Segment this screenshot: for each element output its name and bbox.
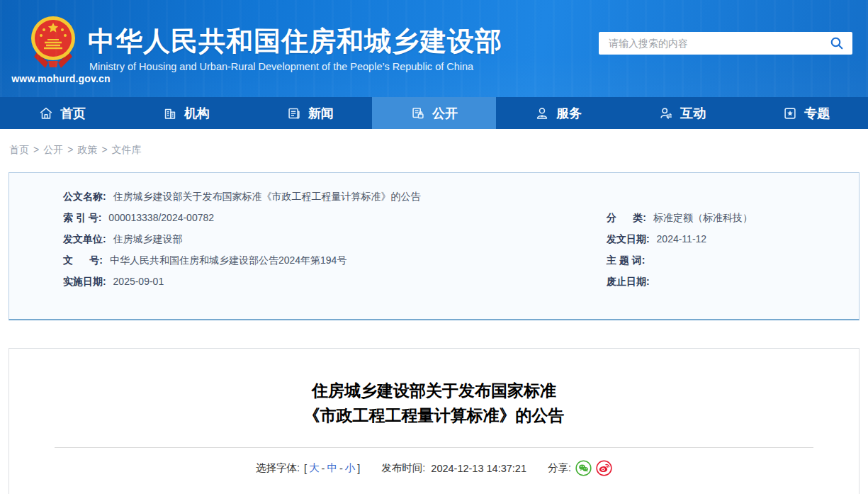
font-selector-label: 选择字体: bbox=[256, 461, 300, 475]
font-selector-dash: - bbox=[322, 463, 325, 474]
nav-item-label: 公开 bbox=[432, 105, 458, 122]
article-title: 住房城乡建设部关于发布国家标准 《市政工程工程量计算标准》的公告 bbox=[9, 378, 859, 428]
nav-item-news[interactable]: 新闻 bbox=[248, 97, 372, 129]
article-meta-bar: 选择字体: [ 大 - 中 - 小 ] 发布时间: 2024-12-13 14:… bbox=[9, 460, 859, 476]
article-panel: 住房城乡建设部关于发布国家标准 《市政工程工程量计算标准》的公告 选择字体: [… bbox=[9, 348, 859, 494]
document-info-panel: 公文名称: 住房城乡建设部关于发布国家标准《市政工程工程量计算标准》的公告 索 … bbox=[9, 172, 859, 320]
breadcrumb-document-library[interactable]: 文件库 bbox=[112, 144, 142, 155]
nav-item-disclosure[interactable]: 公开 bbox=[372, 97, 496, 129]
font-size-medium-button[interactable]: 中 bbox=[327, 461, 337, 475]
site-title-english: Ministry of Housing and Urban-Rural Deve… bbox=[89, 61, 473, 72]
article-title-line1: 住房城乡建设部关于发布国家标准 bbox=[9, 378, 859, 403]
nav-item-label: 新闻 bbox=[308, 105, 334, 122]
nav-item-label: 服务 bbox=[556, 105, 582, 122]
nav-item-label: 首页 bbox=[60, 105, 86, 122]
site-title: 中华人民共和国住房和城乡建设部 bbox=[88, 23, 502, 60]
field-label-subject-words: 主 题 词: bbox=[607, 254, 645, 266]
font-size-large-button[interactable]: 大 bbox=[309, 461, 320, 475]
nav-item-topic[interactable]: 专题 bbox=[744, 97, 868, 129]
breadcrumb-home[interactable]: 首页 bbox=[9, 144, 29, 155]
article-title-line2: 《市政工程工程量计算标准》的公告 bbox=[9, 403, 859, 428]
breadcrumb-separator: > bbox=[67, 144, 73, 155]
info-row-unit-date: 发文单位: 住房城乡建设部 发文日期: 2024-11-12 bbox=[63, 231, 859, 252]
main-navigation: 首页 机构 新闻 公开 bbox=[0, 97, 868, 129]
nav-item-label: 机构 bbox=[184, 105, 210, 122]
wechat-share-icon[interactable] bbox=[575, 460, 592, 476]
interaction-icon bbox=[658, 106, 674, 121]
organization-icon bbox=[162, 106, 178, 121]
field-label-doc-no: 文 号: bbox=[63, 254, 103, 266]
field-label-category: 分 类: bbox=[607, 212, 646, 223]
nav-item-service[interactable]: 服务 bbox=[496, 97, 620, 129]
field-label-index-no: 索 引 号: bbox=[63, 212, 101, 223]
breadcrumb-disclosure[interactable]: 公开 bbox=[43, 144, 63, 155]
font-size-small-button[interactable]: 小 bbox=[345, 461, 356, 475]
field-value-issue-date: 2024-11-12 bbox=[657, 233, 707, 245]
info-row-docno-subject: 文 号: 中华人民共和国住房和城乡建设部公告2024年第194号 主 题 词: bbox=[63, 252, 859, 274]
field-label-issue-date: 发文日期: bbox=[607, 233, 650, 245]
nav-item-organization[interactable]: 机构 bbox=[124, 97, 248, 129]
field-label-repeal-date: 废止日期: bbox=[607, 276, 650, 287]
breadcrumb-policy[interactable]: 政策 bbox=[77, 144, 97, 155]
publish-time-label: 发布时间: bbox=[381, 461, 425, 475]
info-row-impl-repeal: 实施日期: 2025-09-01 废止日期: bbox=[63, 274, 859, 295]
breadcrumb: 首页>公开>政策>文件库 bbox=[0, 129, 868, 157]
field-label-issuing-unit: 发文单位: bbox=[63, 233, 106, 245]
home-icon bbox=[38, 106, 54, 121]
field-value-issuing-unit: 住房城乡建设部 bbox=[113, 233, 183, 245]
font-selector-bracket-open: [ bbox=[304, 463, 307, 474]
info-row-index-category: 索 引 号: 000013338/2024-00782 分 类: 标准定额（标准… bbox=[63, 210, 859, 231]
search-button[interactable] bbox=[828, 35, 845, 52]
site-header: www.mohurd.gov.cn 中华人民共和国住房和城乡建设部 Minist… bbox=[0, 0, 868, 97]
field-value-doc-name: 住房城乡建设部关于发布国家标准《市政工程工程量计算标准》的公告 bbox=[113, 191, 421, 202]
nav-item-label: 专题 bbox=[804, 105, 830, 122]
field-label-doc-name: 公文名称: bbox=[63, 191, 106, 202]
info-row-doc-name: 公文名称: 住房城乡建设部关于发布国家标准《市政工程工程量计算标准》的公告 bbox=[63, 189, 859, 210]
publish-time-value: 2024-12-13 14:37:21 bbox=[431, 463, 526, 474]
search-box bbox=[599, 32, 852, 55]
breadcrumb-separator: > bbox=[33, 144, 39, 155]
field-value-impl-date: 2025-09-01 bbox=[113, 276, 164, 287]
weibo-share-icon[interactable] bbox=[596, 460, 612, 476]
font-selector-bracket-close: ] bbox=[357, 463, 360, 474]
field-value-category: 标准定额（标准科技） bbox=[653, 212, 753, 223]
field-value-index-no: 000013338/2024-00782 bbox=[108, 212, 214, 223]
font-selector-dash: - bbox=[339, 463, 343, 474]
service-icon bbox=[534, 106, 550, 121]
nav-item-home[interactable]: 首页 bbox=[0, 97, 124, 129]
topic-icon bbox=[782, 106, 798, 121]
share-buttons bbox=[575, 460, 612, 476]
nav-item-label: 互动 bbox=[680, 105, 706, 122]
breadcrumb-separator: > bbox=[101, 144, 107, 155]
nav-item-interaction[interactable]: 互动 bbox=[620, 97, 744, 129]
field-value-doc-no: 中华人民共和国住房和城乡建设部公告2024年第194号 bbox=[110, 254, 347, 266]
national-emblem-icon bbox=[30, 14, 77, 72]
site-url: www.mohurd.gov.cn bbox=[11, 73, 111, 84]
search-icon bbox=[830, 36, 844, 50]
news-icon bbox=[286, 106, 302, 121]
search-input[interactable] bbox=[609, 38, 828, 49]
field-label-impl-date: 实施日期: bbox=[63, 276, 106, 287]
share-label: 分享: bbox=[548, 461, 571, 475]
disclosure-icon bbox=[410, 106, 426, 121]
title-divider bbox=[55, 447, 813, 448]
